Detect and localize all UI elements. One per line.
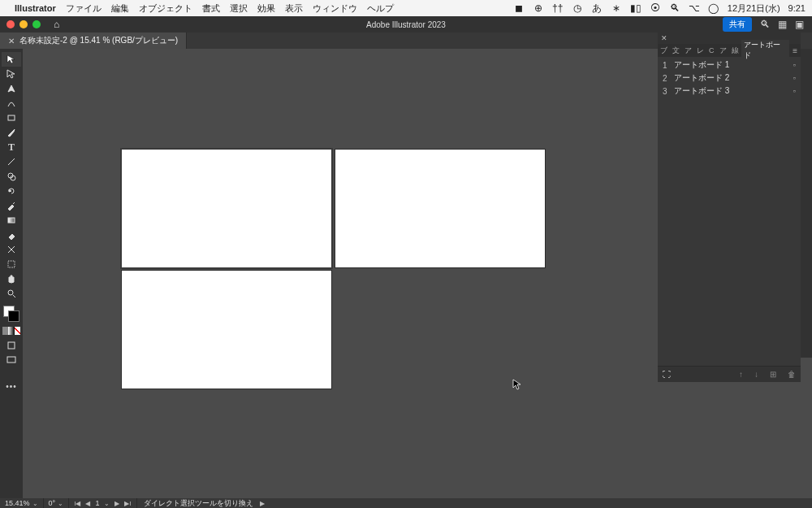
zoom-field[interactable]: 15.41% ⌄	[0, 498, 44, 508]
rotate-tool[interactable]	[2, 184, 21, 198]
menu-edit[interactable]: 編集	[111, 2, 129, 15]
rearrange-artboards-icon[interactable]: ⛶	[663, 370, 671, 379]
panel-tab-5[interactable]: ア	[717, 46, 729, 56]
artboard-row-3[interactable]: 3 アートボード 3 ▫	[658, 85, 801, 98]
panel-tab-strip: ブ 文 ア レ C ア 線 アートボード ≡	[658, 44, 801, 57]
wifi-icon[interactable]: ⦿	[650, 2, 661, 14]
curvature-tool[interactable]	[2, 96, 21, 111]
svg-rect-9	[7, 357, 15, 363]
close-window-button[interactable]	[6, 20, 15, 28]
scissors-tool[interactable]	[2, 242, 21, 257]
screen-mode-icon[interactable]	[2, 353, 21, 367]
statusbar-menu-icon[interactable]: ▶	[260, 500, 265, 507]
artboard-nav-dropdown-icon[interactable]: ⌄	[104, 500, 110, 507]
zoom-dropdown-icon[interactable]: ⌄	[32, 500, 38, 507]
panel-tab-0[interactable]: ブ	[658, 46, 670, 56]
panel-tab-2[interactable]: ア	[682, 46, 694, 56]
panel-tab-artboards[interactable]: アートボード	[741, 40, 790, 61]
battery-icon[interactable]: ▮▯	[630, 2, 641, 14]
line-tool[interactable]	[2, 154, 21, 169]
artboard-nav-current[interactable]: 1	[95, 499, 99, 507]
zoom-tool[interactable]	[2, 286, 21, 301]
statusbar: 15.41% ⌄ 0° ⌄ I◀ ◀ 1 ⌄ ▶ ▶I ダイレクト選択ツールを切…	[0, 498, 812, 508]
home-icon[interactable]: ⌂	[54, 19, 59, 30]
bluetooth-icon[interactable]: ∗	[611, 2, 622, 14]
close-tab-icon[interactable]: ✕	[8, 37, 15, 46]
color-mode-row[interactable]	[2, 327, 20, 335]
menu-object[interactable]: オブジェクト	[139, 2, 192, 15]
line-icon[interactable]: ◼︎	[513, 2, 525, 14]
hand-tool[interactable]	[2, 271, 21, 286]
artboard-name: アートボード 3	[674, 85, 793, 97]
artboard-tool[interactable]	[2, 257, 21, 271]
artboard-1[interactable]	[122, 150, 331, 267]
search-icon[interactable]: 🔍︎	[760, 19, 770, 30]
maximize-window-button[interactable]	[32, 20, 41, 28]
svg-rect-0	[8, 115, 15, 120]
clock-icon[interactable]: ◷	[572, 2, 583, 14]
control-center-icon[interactable]: ⌥	[689, 2, 700, 14]
panel-tab-6[interactable]: 線	[729, 46, 741, 56]
edit-toolbar-button[interactable]: •••	[6, 382, 17, 391]
panel-menu-icon[interactable]: ≡	[789, 46, 801, 55]
type-tool[interactable]: T	[2, 140, 21, 154]
airplay-icon[interactable]: ††	[552, 2, 564, 14]
fill-stroke-swatches[interactable]	[3, 306, 19, 322]
updates-icon[interactable]: ⊕	[533, 2, 544, 14]
rotation-dropdown-icon[interactable]: ⌄	[58, 500, 63, 507]
menubar-date[interactable]: 12月21日(水)	[728, 2, 780, 15]
stroke-swatch[interactable]	[8, 310, 19, 322]
panel-tab-3[interactable]: レ	[694, 46, 706, 56]
artboard-options-icon[interactable]: ▫	[793, 87, 796, 95]
document-tab[interactable]: ✕ 名称未設定-2 @ 15.41 % (RGB/プレビュー)	[0, 33, 187, 49]
move-up-icon[interactable]: ↑	[739, 370, 743, 379]
panel-tab-4[interactable]: C	[706, 46, 717, 54]
workspace-icon[interactable]: ▣	[795, 19, 804, 30]
draw-mode-icon[interactable]	[2, 338, 21, 353]
eyedropper-tool[interactable]	[2, 198, 21, 213]
rectangle-tool[interactable]	[2, 111, 21, 125]
menu-view[interactable]: 表示	[285, 2, 303, 15]
panel-dock-strip[interactable]	[800, 49, 812, 358]
document-tab-label: 名称未設定-2 @ 15.41 % (RGB/プレビュー)	[19, 35, 178, 46]
artboard-row-2[interactable]: 2 アートボード 2 ▫	[658, 72, 801, 85]
share-button[interactable]: 共有	[723, 17, 752, 32]
zoom-value: 15.41%	[5, 499, 30, 507]
menu-effect[interactable]: 効果	[257, 2, 275, 15]
svg-line-1	[8, 158, 15, 165]
spotlight-icon[interactable]: 🔍︎	[669, 2, 680, 14]
artboard-2[interactable]	[335, 150, 545, 267]
arrange-documents-icon[interactable]: ▦	[778, 19, 787, 30]
eraser-tool[interactable]	[2, 228, 21, 242]
paintbrush-tool[interactable]	[2, 125, 21, 140]
rotation-field[interactable]: 0° ⌄	[44, 498, 70, 508]
menu-type[interactable]: 書式	[202, 2, 220, 15]
direct-selection-tool[interactable]	[2, 67, 21, 81]
menu-select[interactable]: 選択	[230, 2, 248, 15]
input-source-icon[interactable]: あ	[591, 2, 603, 14]
menu-window[interactable]: ウィンドウ	[313, 2, 357, 15]
last-artboard-icon[interactable]: ▶I	[124, 500, 131, 507]
delete-artboard-icon[interactable]: 🗑	[788, 370, 796, 379]
artboard-options-icon[interactable]: ▫	[793, 74, 796, 82]
artboard-3[interactable]	[122, 271, 331, 389]
panel-tab-1[interactable]: 文	[670, 46, 682, 56]
move-down-icon[interactable]: ↓	[754, 370, 758, 379]
prev-artboard-icon[interactable]: ◀	[85, 500, 90, 507]
menu-help[interactable]: ヘルプ	[367, 2, 394, 15]
shape-builder-tool[interactable]	[2, 169, 21, 184]
pen-tool[interactable]	[2, 81, 21, 96]
menubar-time[interactable]: 9:21	[788, 3, 806, 13]
next-artboard-icon[interactable]: ▶	[114, 500, 119, 507]
menubar-app-name[interactable]: Illustrator	[15, 3, 56, 13]
selection-tool[interactable]	[2, 52, 21, 67]
artboard-row-1[interactable]: 1 アートボード 1 ▫	[658, 59, 801, 72]
first-artboard-icon[interactable]: I◀	[74, 500, 80, 507]
gradient-tool[interactable]	[2, 213, 21, 228]
new-artboard-icon[interactable]: ⊞	[770, 370, 776, 379]
menu-file[interactable]: ファイル	[66, 2, 102, 15]
artboard-options-icon[interactable]: ▫	[793, 61, 796, 69]
minimize-window-button[interactable]	[19, 20, 28, 28]
panel-collapse-icon[interactable]: ✕	[661, 34, 667, 42]
siri-icon[interactable]: ◯	[708, 2, 719, 14]
